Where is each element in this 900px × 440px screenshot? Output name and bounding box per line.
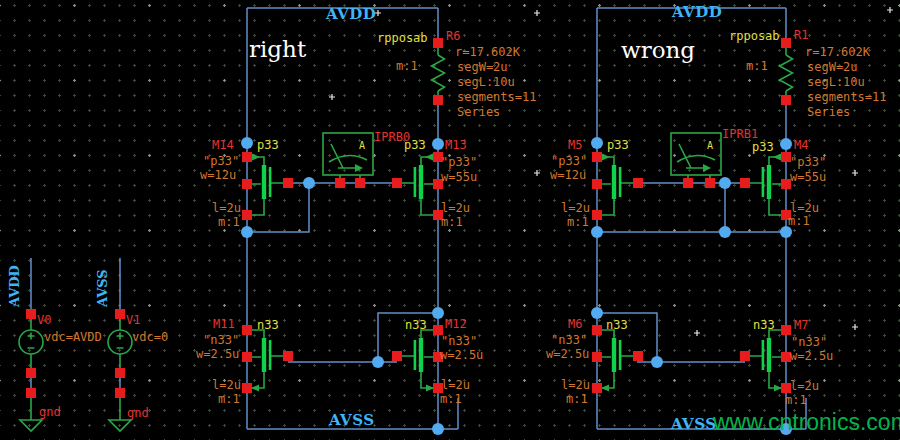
mos-w-label: w=12u	[200, 168, 236, 182]
mos-model-label: "n33"	[441, 334, 477, 348]
mos-model-label: "n33"	[551, 333, 587, 347]
labels: AVDD right rpposab R6 m:1 r=17.602K segW…	[7, 3, 900, 435]
res-mult-label: m:1	[746, 59, 768, 73]
vsource-value-label: vdc=AVDD	[44, 330, 102, 344]
mos-w-label: w=12u	[550, 168, 586, 182]
mos-w-label: w=55u	[790, 170, 826, 184]
mos-cell-label: n33	[257, 318, 279, 332]
junction-dot	[719, 177, 731, 189]
mos-l-label: l=2u	[790, 379, 819, 393]
bias-sources-symbols	[19, 309, 132, 431]
mos-l-label: l=2u	[561, 378, 590, 392]
net-label-v0: AVDD	[7, 265, 22, 308]
res-prop-segl: segL:10u	[457, 75, 515, 89]
mos-cell-label: n33	[606, 318, 628, 332]
watermark: www.cntronics.com	[712, 409, 900, 435]
mos-model-label: "p33"	[551, 154, 587, 168]
junction-dot	[651, 356, 663, 368]
mos-w-label: w=2.5u	[546, 347, 589, 361]
mos-name-label: M11	[213, 317, 235, 331]
mos-model-label: "p33"	[790, 155, 826, 169]
mos-l-label: l=2u	[212, 201, 241, 215]
mos-m-label: m:1	[788, 214, 810, 228]
junction-dot	[432, 423, 444, 435]
mos-m-label: m:1	[567, 215, 589, 229]
res-cell-label: rpposab	[377, 31, 428, 45]
net-label-avdd-right: AVDD	[671, 3, 722, 21]
junction-dot	[432, 307, 444, 319]
mos-name-label: M5	[568, 138, 582, 152]
net-label-avss-left: AVSS	[328, 411, 375, 429]
mos-l-label: l=2u	[441, 201, 470, 215]
net-label-v1: AVSS	[95, 269, 110, 308]
junction-dot	[591, 307, 603, 319]
nmos-M6	[592, 325, 643, 393]
junction-dot	[372, 356, 384, 368]
res-mult-label: m:1	[396, 59, 418, 73]
tag-right: right	[249, 36, 307, 62]
mos-name-label: M4	[794, 138, 808, 152]
res-name-label: R6	[446, 29, 460, 43]
mos-cell-label: p33	[257, 138, 279, 152]
wires	[31, 8, 806, 429]
mos-w-label: w=55u	[441, 170, 477, 184]
pin	[705, 178, 715, 188]
vsource-name-label: V1	[126, 313, 140, 327]
nmos-M11	[242, 325, 293, 393]
mos-cell-label: p33	[607, 138, 629, 152]
junction-dot	[432, 138, 444, 150]
mos-model-label: "n33"	[791, 335, 827, 349]
pmos-M14	[242, 152, 293, 220]
schematic-drawing: AVDD right rpposab R6 m:1 r=17.602K segW…	[0, 0, 900, 440]
pmos-M4	[740, 152, 791, 220]
wire-sense-riser-left	[247, 183, 309, 232]
res-prop-series: Series	[807, 105, 850, 119]
nmos-M7	[740, 325, 791, 393]
mos-m-label: m:1	[440, 392, 462, 406]
pin	[335, 178, 345, 188]
mos-model-label: "n33"	[203, 333, 239, 347]
mos-l-label: l=2u	[441, 378, 470, 392]
junction-dot	[591, 226, 603, 238]
mos-w-label: w=2.5u	[196, 347, 239, 361]
junction-dot	[780, 138, 792, 150]
junction-dot	[241, 226, 253, 238]
mos-name-label: M14	[212, 138, 234, 152]
junction-dot	[241, 137, 253, 149]
mos-name-label: M7	[794, 318, 808, 332]
mos-m-label: m:1	[785, 393, 807, 407]
res-prop-segw: segW=2u	[457, 60, 508, 74]
pmos-M13	[392, 152, 443, 220]
pin	[683, 178, 693, 188]
res-prop-segments: segments=11	[457, 90, 536, 104]
mos-name-label: M13	[445, 138, 467, 152]
junction-dot	[303, 177, 315, 189]
res-prop-r: r=17.602K	[455, 45, 521, 59]
vsource-value-label: vdc=0	[132, 330, 168, 344]
mos-name-label: M6	[568, 317, 582, 331]
right-circuit-symbols	[592, 38, 793, 393]
res-prop-segments: segments=11	[807, 90, 886, 104]
gnd-label: gnd	[39, 405, 61, 419]
mos-m-label: m:1	[218, 392, 240, 406]
net-label-avdd-left: AVDD	[325, 5, 376, 23]
mos-w-label: w=2.5u	[440, 348, 483, 362]
net-label-avss-right: AVSS	[670, 415, 717, 433]
mos-name-label: M12	[445, 317, 467, 331]
current-probe-IPRB1	[671, 133, 721, 175]
res-prop-segl: segL:10u	[807, 75, 865, 89]
mos-l-label: l=2u	[212, 378, 241, 392]
resistor-R1	[780, 38, 793, 105]
resistor-R6	[432, 38, 445, 105]
mos-cell-label: p33	[404, 138, 426, 152]
current-probe-IPRB0	[323, 133, 373, 175]
tag-wrong: wrong	[621, 37, 695, 63]
res-prop-segw: segW=2u	[807, 60, 858, 74]
mos-cell-label: n33	[405, 318, 427, 332]
mos-w-label: w=2.5u	[790, 349, 833, 363]
probe-name-label: IPRB1	[722, 127, 758, 141]
mos-m-label: m:1	[441, 215, 463, 229]
junction-dot	[719, 226, 731, 238]
pin	[355, 178, 365, 188]
mos-m-label: m:1	[218, 215, 240, 229]
